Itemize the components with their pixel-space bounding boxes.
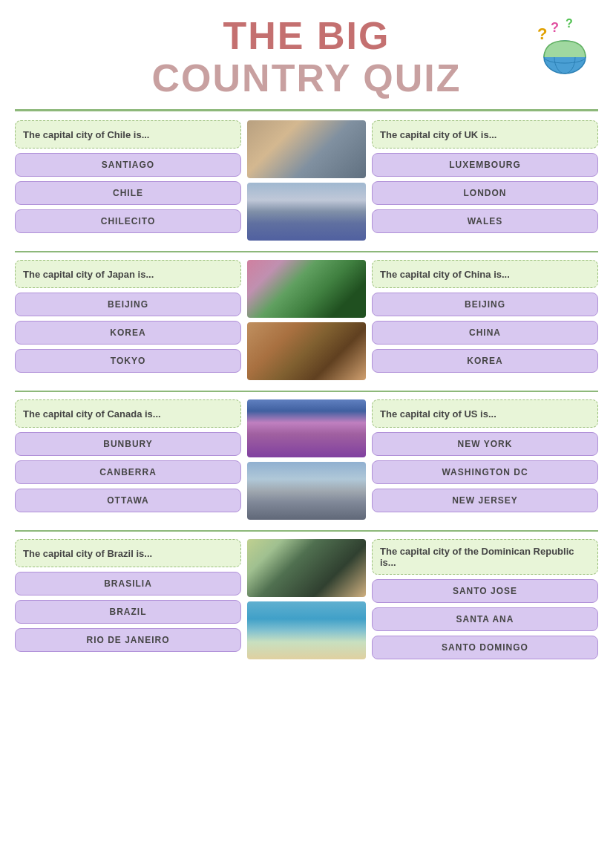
quiz-image-2-0 (247, 399, 366, 457)
answer-left-0-2[interactable]: CHILECITO (15, 209, 241, 233)
answer-right-2-0[interactable]: NEW YORK (372, 432, 598, 456)
quiz-image-3-1 (247, 601, 366, 659)
answer-left-2-1[interactable]: CANBERRA (15, 460, 241, 484)
svg-text:?: ? (566, 17, 573, 30)
question-right-2: The capital city of US is... (372, 399, 598, 428)
quiz-image-0-0 (247, 120, 366, 178)
svg-text:?: ? (551, 20, 559, 35)
image-col-1 (247, 260, 366, 380)
quiz-row-2: The capital city of Canada is...BUNBURYC… (15, 399, 598, 520)
answer-right-1-2[interactable]: KOREA (372, 349, 598, 373)
answer-right-1-0[interactable]: BEIJING (372, 293, 598, 316)
question-left-1: The capital city of Japan is... (15, 260, 241, 288)
answer-right-3-0[interactable]: SANTO JOSE (372, 579, 598, 603)
question-right-3: The capital city of the Dominican Republ… (372, 539, 598, 575)
image-col-2 (247, 399, 366, 520)
quiz-left-col-0: The capital city of Chile is...SANTIAGOC… (15, 120, 241, 233)
section-divider-2 (15, 530, 598, 532)
section-divider-0 (15, 251, 598, 252)
quiz-row-3: The capital city of Brazil is...BRASILIA… (15, 539, 598, 659)
answer-left-2-0[interactable]: BUNBURY (15, 432, 241, 456)
quiz-right-col-0: The capital city of UK is...LUXEMBOURGLO… (372, 120, 598, 233)
page-title: THE BIG COUNTRY QUIZ (15, 15, 598, 99)
svg-text:?: ? (537, 25, 547, 43)
image-col-3 (247, 539, 366, 659)
quiz-right-col-1: The capital city of China is...BEIJINGCH… (372, 260, 598, 373)
quiz-image-2-1 (247, 462, 366, 520)
answer-right-2-1[interactable]: WASHINGTON DC (372, 460, 598, 484)
answer-left-3-1[interactable]: BRAZIL (15, 600, 241, 624)
page-header: THE BIG COUNTRY QUIZ ? ? ? (15, 7, 598, 103)
quiz-left-col-2: The capital city of Canada is...BUNBURYC… (15, 399, 241, 512)
quiz-right-col-2: The capital city of US is...NEW YORKWASH… (372, 399, 598, 512)
answer-left-1-0[interactable]: BEIJING (15, 293, 241, 316)
quiz-image-1-1 (247, 322, 366, 380)
quiz-left-col-1: The capital city of Japan is...BEIJINGKO… (15, 260, 241, 373)
quiz-image-0-1 (247, 183, 366, 241)
quiz-icon: ? ? ? (524, 11, 591, 78)
question-left-0: The capital city of Chile is... (15, 120, 241, 149)
quiz-left-col-3: The capital city of Brazil is...BRASILIA… (15, 539, 241, 652)
answer-left-3-0[interactable]: BRASILIA (15, 572, 241, 595)
answer-right-3-2[interactable]: SANTO DOMINGO (372, 636, 598, 659)
question-left-3: The capital city of Brazil is... (15, 539, 241, 567)
quiz-right-col-3: The capital city of the Dominican Republ… (372, 539, 598, 659)
quiz-container: The capital city of Chile is...SANTIAGOC… (15, 120, 598, 659)
quiz-image-3-0 (247, 539, 366, 597)
answer-left-0-0[interactable]: SANTIAGO (15, 153, 241, 177)
answer-right-0-1[interactable]: LONDON (372, 181, 598, 205)
answer-right-0-2[interactable]: WALES (372, 209, 598, 233)
question-right-0: The capital city of UK is... (372, 120, 598, 149)
answer-left-1-1[interactable]: KOREA (15, 321, 241, 345)
answer-left-2-2[interactable]: OTTAWA (15, 489, 241, 512)
section-divider-1 (15, 391, 598, 392)
quiz-row-0: The capital city of Chile is...SANTIAGOC… (15, 120, 598, 241)
header-divider (15, 109, 598, 111)
answer-right-2-2[interactable]: NEW JERSEY (372, 489, 598, 512)
answer-left-3-2[interactable]: RIO DE JANEIRO (15, 628, 241, 652)
question-right-1: The capital city of China is... (372, 260, 598, 288)
quiz-image-1-0 (247, 260, 366, 318)
answer-right-0-0[interactable]: LUXEMBOURG (372, 153, 598, 177)
answer-right-3-1[interactable]: SANTA ANA (372, 607, 598, 631)
answer-right-1-1[interactable]: CHINA (372, 321, 598, 345)
image-col-0 (247, 120, 366, 241)
answer-left-0-1[interactable]: CHILE (15, 181, 241, 205)
question-left-2: The capital city of Canada is... (15, 399, 241, 428)
quiz-row-1: The capital city of Japan is...BEIJINGKO… (15, 260, 598, 380)
answer-left-1-2[interactable]: TOKYO (15, 349, 241, 373)
